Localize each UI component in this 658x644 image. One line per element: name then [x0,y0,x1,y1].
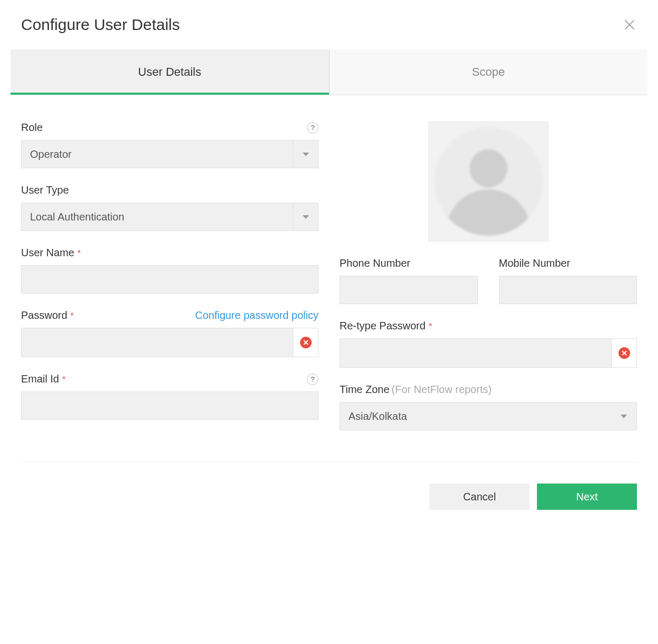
form-columns: Role ? Operator User Type Local Authenti… [21,122,637,446]
form-left-column: Role ? Operator User Type Local Authenti… [21,122,318,446]
close-icon [623,18,636,32]
timezone-hint: (For NetFlow reports) [392,384,492,396]
required-indicator: * [77,249,81,258]
retype-password-invalid-indicator[interactable] [611,339,636,367]
email-label: Email Id [21,373,59,385]
retype-password-input[interactable] [340,339,611,367]
mobile-input[interactable] [499,276,637,304]
phone-mobile-group: Phone Number Mobile Number [340,257,637,304]
button-label: Cancel [463,491,496,503]
retype-password-label: Re-type Password [340,320,425,332]
tab-label: User Details [138,65,201,78]
phone-input[interactable] [340,276,478,304]
button-label: Next [576,491,597,503]
divider [21,462,637,462]
required-indicator: * [428,322,432,331]
tab-label: Scope [472,65,505,78]
tabs: User Details Scope [11,49,647,95]
form-right-column: Phone Number Mobile Number [340,122,637,446]
role-group: Role ? Operator [21,122,318,168]
chevron-down-icon [293,140,318,168]
timezone-group: Time Zone (For NetFlow reports) Asia/Kol… [340,384,637,430]
user-name-input[interactable] [21,265,318,294]
tab-user-details[interactable]: User Details [11,49,330,95]
timezone-label: Time Zone [340,384,390,396]
modal-title: Configure User Details [21,16,180,34]
x-circle-icon [300,337,312,348]
tab-scope[interactable]: Scope [330,49,648,95]
mobile-label: Mobile Number [499,257,571,269]
timezone-select[interactable]: Asia/Kolkata [340,402,637,430]
avatar-icon [434,127,543,236]
user-type-select[interactable]: Local Authentication [21,203,318,231]
configure-user-modal: Configure User Details User Details Scop… [0,0,658,526]
password-label: Password [21,309,67,321]
retype-password-group: Re-type Password * [340,320,637,368]
user-type-label: User Type [21,184,69,196]
x-circle-icon [619,347,630,359]
configure-password-policy-link[interactable]: Configure password policy [195,309,318,321]
close-button[interactable] [622,17,637,32]
required-indicator: * [62,375,65,385]
role-select-value: Operator [22,148,293,160]
chevron-down-icon [611,402,636,430]
user-name-group: User Name * [21,247,318,294]
email-input[interactable] [21,391,318,420]
timezone-select-value: Asia/Kolkata [340,410,611,422]
form-area: Role ? Operator User Type Local Authenti… [21,95,637,510]
role-label: Role [21,122,43,134]
footer: Cancel Next [21,484,637,510]
cancel-button[interactable]: Cancel [430,484,530,510]
phone-label: Phone Number [340,257,411,269]
email-group: Email Id * ? [21,373,318,420]
next-button[interactable]: Next [537,484,637,510]
help-icon[interactable]: ? [307,122,318,134]
modal-header: Configure User Details [21,16,637,34]
user-name-label: User Name [21,247,74,259]
password-invalid-indicator[interactable] [293,328,318,357]
help-icon[interactable]: ? [307,374,318,385]
password-group: Password * Configure password policy [21,309,318,357]
password-input[interactable] [22,328,293,357]
user-type-select-value: Local Authentication [22,211,293,223]
user-type-group: User Type Local Authentication [21,184,318,231]
role-select[interactable]: Operator [21,140,318,168]
chevron-down-icon [293,203,318,230]
avatar-placeholder[interactable] [428,122,549,242]
required-indicator: * [71,311,74,321]
